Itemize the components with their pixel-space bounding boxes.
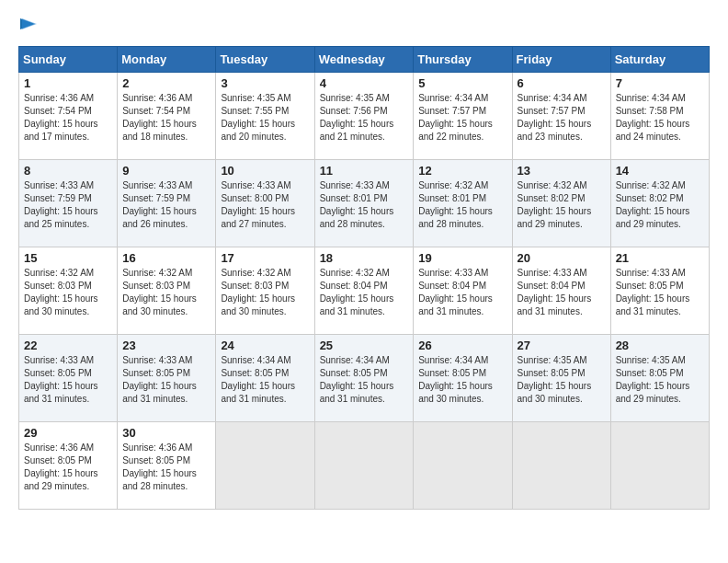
calendar-day-cell <box>216 422 314 510</box>
calendar-day-cell: 4Sunrise: 4:35 AMSunset: 7:56 PMDaylight… <box>314 73 414 160</box>
day-number: 12 <box>418 164 506 178</box>
day-info: Sunrise: 4:33 AMSunset: 8:05 PMDaylight:… <box>616 267 704 318</box>
day-info: Sunrise: 4:34 AMSunset: 8:05 PMDaylight:… <box>418 354 506 406</box>
calendar-day-header: Thursday <box>414 47 512 73</box>
logo <box>18 18 39 37</box>
day-number: 20 <box>518 251 606 265</box>
day-number: 26 <box>418 339 506 352</box>
calendar-day-cell: 13Sunrise: 4:32 AMSunset: 8:02 PMDayligh… <box>512 160 610 247</box>
day-number: 8 <box>24 164 112 178</box>
day-info: Sunrise: 4:32 AMSunset: 8:01 PMDaylight:… <box>418 179 506 231</box>
calendar-day-cell: 20Sunrise: 4:33 AMSunset: 8:04 PMDayligh… <box>512 247 610 335</box>
day-number: 16 <box>122 251 210 265</box>
svg-marker-1 <box>22 18 37 29</box>
day-info: Sunrise: 4:33 AMSunset: 8:04 PMDaylight:… <box>518 267 606 318</box>
calendar-day-header: Wednesday <box>314 47 414 73</box>
day-info: Sunrise: 4:36 AMSunset: 7:54 PMDaylight:… <box>122 92 210 144</box>
day-number: 14 <box>616 164 704 178</box>
day-info: Sunrise: 4:34 AMSunset: 8:05 PMDaylight:… <box>221 354 309 406</box>
day-number: 1 <box>24 76 112 90</box>
day-info: Sunrise: 4:33 AMSunset: 8:00 PMDaylight:… <box>221 179 309 231</box>
calendar-day-cell: 23Sunrise: 4:33 AMSunset: 8:05 PMDayligh… <box>118 335 216 422</box>
day-info: Sunrise: 4:35 AMSunset: 8:05 PMDaylight:… <box>518 354 606 406</box>
calendar-day-header: Saturday <box>610 47 709 73</box>
calendar-day-cell: 27Sunrise: 4:35 AMSunset: 8:05 PMDayligh… <box>512 335 610 422</box>
calendar-header-row: SundayMondayTuesdayWednesdayThursdayFrid… <box>19 47 710 73</box>
calendar-week-row: 8Sunrise: 4:33 AMSunset: 7:59 PMDaylight… <box>19 160 710 247</box>
day-number: 17 <box>221 251 309 265</box>
calendar-day-cell: 14Sunrise: 4:32 AMSunset: 8:02 PMDayligh… <box>610 160 709 247</box>
calendar-day-cell <box>414 422 512 510</box>
calendar-day-cell: 17Sunrise: 4:32 AMSunset: 8:03 PMDayligh… <box>216 247 314 335</box>
day-number: 25 <box>320 339 409 352</box>
calendar-day-cell: 16Sunrise: 4:32 AMSunset: 8:03 PMDayligh… <box>118 247 216 335</box>
day-info: Sunrise: 4:35 AMSunset: 7:56 PMDaylight:… <box>320 92 409 144</box>
day-info: Sunrise: 4:36 AMSunset: 8:05 PMDaylight:… <box>122 442 210 493</box>
day-info: Sunrise: 4:34 AMSunset: 8:05 PMDaylight:… <box>320 354 409 406</box>
calendar-day-cell: 3Sunrise: 4:35 AMSunset: 7:55 PMDaylight… <box>216 73 314 160</box>
day-info: Sunrise: 4:34 AMSunset: 7:58 PMDaylight:… <box>616 92 704 144</box>
day-number: 19 <box>418 251 506 265</box>
calendar-day-cell: 9Sunrise: 4:33 AMSunset: 7:59 PMDaylight… <box>118 160 216 247</box>
calendar-day-cell: 19Sunrise: 4:33 AMSunset: 8:04 PMDayligh… <box>414 247 512 335</box>
calendar-day-cell: 11Sunrise: 4:33 AMSunset: 8:01 PMDayligh… <box>314 160 414 247</box>
calendar-day-cell: 24Sunrise: 4:34 AMSunset: 8:05 PMDayligh… <box>216 335 314 422</box>
day-number: 7 <box>616 76 704 90</box>
day-number: 4 <box>320 76 409 90</box>
day-number: 9 <box>122 164 210 178</box>
day-info: Sunrise: 4:34 AMSunset: 7:57 PMDaylight:… <box>518 92 606 144</box>
day-info: Sunrise: 4:36 AMSunset: 8:05 PMDaylight:… <box>24 442 112 493</box>
day-info: Sunrise: 4:32 AMSunset: 8:03 PMDaylight:… <box>24 267 112 318</box>
day-info: Sunrise: 4:33 AMSunset: 8:04 PMDaylight:… <box>418 267 506 318</box>
calendar-day-cell: 21Sunrise: 4:33 AMSunset: 8:05 PMDayligh… <box>610 247 709 335</box>
calendar-day-cell: 5Sunrise: 4:34 AMSunset: 7:57 PMDaylight… <box>414 73 512 160</box>
calendar-day-cell: 6Sunrise: 4:34 AMSunset: 7:57 PMDaylight… <box>512 73 610 160</box>
calendar-day-cell: 1Sunrise: 4:36 AMSunset: 7:54 PMDaylight… <box>19 73 118 160</box>
calendar-week-row: 1Sunrise: 4:36 AMSunset: 7:54 PMDaylight… <box>19 73 710 160</box>
calendar-day-cell: 30Sunrise: 4:36 AMSunset: 8:05 PMDayligh… <box>118 422 216 510</box>
calendar-week-row: 29Sunrise: 4:36 AMSunset: 8:05 PMDayligh… <box>19 422 710 510</box>
day-number: 22 <box>24 339 112 352</box>
calendar-day-cell: 25Sunrise: 4:34 AMSunset: 8:05 PMDayligh… <box>314 335 414 422</box>
calendar-day-cell: 26Sunrise: 4:34 AMSunset: 8:05 PMDayligh… <box>414 335 512 422</box>
day-number: 21 <box>616 251 704 265</box>
calendar-day-cell: 10Sunrise: 4:33 AMSunset: 8:00 PMDayligh… <box>216 160 314 247</box>
day-number: 18 <box>320 251 409 265</box>
day-number: 30 <box>122 426 210 440</box>
calendar-day-cell: 12Sunrise: 4:32 AMSunset: 8:01 PMDayligh… <box>414 160 512 247</box>
calendar-day-cell: 28Sunrise: 4:35 AMSunset: 8:05 PMDayligh… <box>610 335 709 422</box>
day-number: 11 <box>320 164 409 178</box>
day-number: 24 <box>221 339 309 352</box>
calendar-day-header: Monday <box>118 47 216 73</box>
calendar-day-cell <box>610 422 709 510</box>
day-number: 2 <box>122 76 210 90</box>
calendar-week-row: 22Sunrise: 4:33 AMSunset: 8:05 PMDayligh… <box>19 335 710 422</box>
day-info: Sunrise: 4:32 AMSunset: 8:03 PMDaylight:… <box>122 267 210 318</box>
calendar-day-cell <box>512 422 610 510</box>
calendar-day-header: Friday <box>512 47 610 73</box>
day-number: 13 <box>518 164 606 178</box>
day-info: Sunrise: 4:33 AMSunset: 8:01 PMDaylight:… <box>320 179 409 231</box>
day-number: 15 <box>24 251 112 265</box>
calendar-day-cell <box>314 422 414 510</box>
day-info: Sunrise: 4:35 AMSunset: 8:05 PMDaylight:… <box>616 354 704 406</box>
day-info: Sunrise: 4:36 AMSunset: 7:54 PMDaylight:… <box>24 92 112 144</box>
day-number: 29 <box>24 426 112 440</box>
day-info: Sunrise: 4:33 AMSunset: 8:05 PMDaylight:… <box>24 354 112 406</box>
day-info: Sunrise: 4:32 AMSunset: 8:02 PMDaylight:… <box>518 179 606 231</box>
calendar-table: SundayMondayTuesdayWednesdayThursdayFrid… <box>18 46 710 510</box>
page-header <box>18 18 710 37</box>
day-number: 5 <box>418 76 506 90</box>
calendar-week-row: 15Sunrise: 4:32 AMSunset: 8:03 PMDayligh… <box>19 247 710 335</box>
calendar-day-cell: 29Sunrise: 4:36 AMSunset: 8:05 PMDayligh… <box>19 422 118 510</box>
day-info: Sunrise: 4:35 AMSunset: 7:55 PMDaylight:… <box>221 92 309 144</box>
calendar-day-cell: 2Sunrise: 4:36 AMSunset: 7:54 PMDaylight… <box>118 73 216 160</box>
day-info: Sunrise: 4:34 AMSunset: 7:57 PMDaylight:… <box>418 92 506 144</box>
day-number: 3 <box>221 76 309 90</box>
calendar-day-cell: 7Sunrise: 4:34 AMSunset: 7:58 PMDaylight… <box>610 73 709 160</box>
day-info: Sunrise: 4:33 AMSunset: 8:05 PMDaylight:… <box>122 354 210 406</box>
day-number: 6 <box>518 76 606 90</box>
calendar-day-header: Sunday <box>19 47 118 73</box>
day-number: 23 <box>122 339 210 352</box>
day-number: 27 <box>518 339 606 352</box>
